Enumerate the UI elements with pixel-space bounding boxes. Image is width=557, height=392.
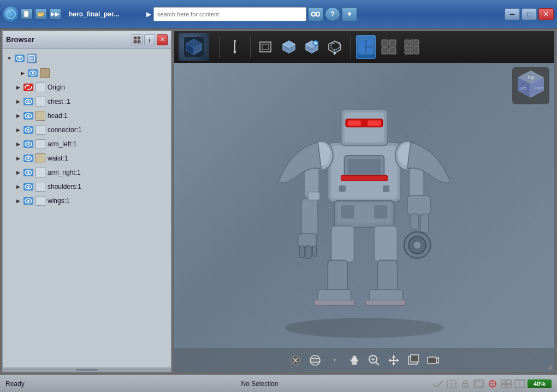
maximize-button[interactable]: □ <box>522 8 537 20</box>
tree-item-connector[interactable]: ▶ connector:1 <box>3 123 171 137</box>
wings-label: wings:1 <box>48 197 70 205</box>
svg-rect-84 <box>298 234 317 247</box>
layer-expand[interactable]: ▶ <box>19 70 26 76</box>
forward-button[interactable]: ▶▶ <box>49 9 61 20</box>
3d-viewport[interactable]: Top Left Front ▼ <box>174 31 555 372</box>
status-view-button[interactable] <box>514 378 526 390</box>
status-bar-icons: 40% <box>432 378 552 390</box>
lasso-select-button[interactable] <box>325 35 345 59</box>
browser-grid-button[interactable] <box>132 34 143 45</box>
shoulders-visibility-icon[interactable] <box>23 183 33 191</box>
camera-button[interactable] <box>424 352 442 369</box>
close-button[interactable]: ✕ <box>538 8 554 20</box>
search-input[interactable] <box>153 7 306 21</box>
status-select-button[interactable] <box>446 378 458 390</box>
shoulders-expand[interactable]: ▶ <box>15 183 21 190</box>
help-button[interactable]: ? <box>325 7 340 21</box>
zoom-button[interactable] <box>365 352 383 369</box>
dual-view-button[interactable] <box>356 35 376 59</box>
tree-item-wings[interactable]: ▶ wings:1 <box>3 194 171 208</box>
expand-icon[interactable]: ◢ <box>548 364 552 370</box>
zoom-level-display[interactable]: 40% <box>528 379 552 388</box>
head-expand[interactable]: ▶ <box>15 112 21 119</box>
layer-visibility-icon[interactable] <box>28 69 38 77</box>
head-visibility-icon[interactable] <box>23 112 33 120</box>
root-visibility-icon[interactable] <box>15 55 25 62</box>
origin-visibility-icon[interactable] <box>23 84 33 91</box>
tree-item-shoulders[interactable]: ▶ shoulders:1 <box>3 180 171 194</box>
open-file-button[interactable] <box>35 9 47 20</box>
svg-point-21 <box>27 115 29 117</box>
scene-tree[interactable]: ▼ ▶ ▶ <box>3 49 171 367</box>
svg-rect-45 <box>262 44 269 50</box>
tree-root-item[interactable]: ▼ <box>3 51 171 66</box>
orbit-button[interactable] <box>306 352 324 369</box>
layer-icon <box>40 68 50 78</box>
settings-button[interactable]: ▼ <box>342 7 357 21</box>
origin-expand[interactable]: ▶ <box>15 84 21 91</box>
connector-visibility-icon[interactable] <box>23 126 33 134</box>
arm-left-expand[interactable]: ▶ <box>15 141 21 147</box>
svg-point-27 <box>27 157 29 159</box>
close-circle-button[interactable] <box>287 352 304 369</box>
arm-right-visibility-icon[interactable] <box>23 169 33 176</box>
svg-marker-54 <box>333 53 336 55</box>
new-file-button[interactable] <box>21 9 33 20</box>
tree-layer-item[interactable]: ▶ <box>3 66 171 80</box>
face-select-button[interactable] <box>279 35 299 59</box>
tree-item-origin[interactable]: ▶ Origin <box>3 80 171 94</box>
toolbar-divider-1 <box>219 36 220 58</box>
tree-item-arm-right[interactable]: ▶ arm_right:1 <box>3 165 171 180</box>
svg-marker-141 <box>436 358 439 363</box>
chest-node-icon <box>35 97 45 106</box>
robot-viewport-area[interactable] <box>174 63 554 348</box>
arm-right-label: arm_right:1 <box>48 169 81 176</box>
arm-left-visibility-icon[interactable] <box>23 140 33 148</box>
tree-item-waist[interactable]: ▶ waist:1 <box>3 151 171 165</box>
tree-item-chest[interactable]: ▶ chest :1 <box>3 94 171 109</box>
wings-node-icon <box>35 196 45 206</box>
svg-rect-85 <box>299 246 305 258</box>
wings-expand[interactable]: ▶ <box>15 198 21 204</box>
chest-visibility-icon[interactable] <box>23 98 33 105</box>
app-icon <box>3 7 19 22</box>
viewport-toolbar <box>174 31 554 63</box>
connector-expand[interactable]: ▶ <box>15 127 21 133</box>
arm-right-expand[interactable]: ▶ <box>15 169 21 176</box>
navigation-cube[interactable]: Top Left Front <box>512 67 550 105</box>
root-expand[interactable]: ▼ <box>6 55 13 62</box>
svg-line-142 <box>433 384 437 387</box>
pan-button[interactable] <box>346 352 363 369</box>
svg-rect-101 <box>315 300 354 306</box>
svg-rect-139 <box>411 355 418 362</box>
layout-button[interactable] <box>402 35 422 59</box>
svg-point-148 <box>465 384 466 386</box>
status-validate-button[interactable] <box>432 378 444 390</box>
quad-view-button[interactable] <box>379 35 399 59</box>
orbit-dropdown[interactable]: ▼ <box>326 352 343 369</box>
chest-label: chest :1 <box>48 98 70 105</box>
svg-marker-137 <box>396 359 399 362</box>
waist-visibility-icon[interactable] <box>23 155 33 162</box>
minimize-button[interactable]: ─ <box>505 8 520 20</box>
svg-point-15 <box>25 85 32 90</box>
solid-select-button[interactable] <box>302 35 322 59</box>
status-lock-button[interactable] <box>459 378 471 390</box>
pencil-tool-button[interactable] <box>225 35 245 59</box>
status-render-button[interactable] <box>487 378 499 390</box>
status-frame-button[interactable] <box>473 378 485 390</box>
status-grid-button[interactable] <box>500 378 512 390</box>
tree-item-head[interactable]: ▶ head:1 <box>3 109 171 123</box>
frame-button[interactable] <box>405 352 422 369</box>
waist-expand[interactable]: ▶ <box>15 155 21 162</box>
svg-rect-127 <box>352 361 357 365</box>
chest-expand[interactable]: ▶ <box>15 98 21 105</box>
browser-resize-handle[interactable] <box>3 367 171 372</box>
browser-close-button[interactable]: ✕ <box>157 34 168 45</box>
search-binoculars-button[interactable] <box>308 7 323 21</box>
tree-item-arm-left[interactable]: ▶ arm_left:1 <box>3 137 171 151</box>
wings-visibility-icon[interactable] <box>23 197 33 205</box>
browser-info-button[interactable]: i <box>144 34 155 45</box>
move-button[interactable] <box>385 352 402 369</box>
box-select-button[interactable] <box>256 35 276 59</box>
